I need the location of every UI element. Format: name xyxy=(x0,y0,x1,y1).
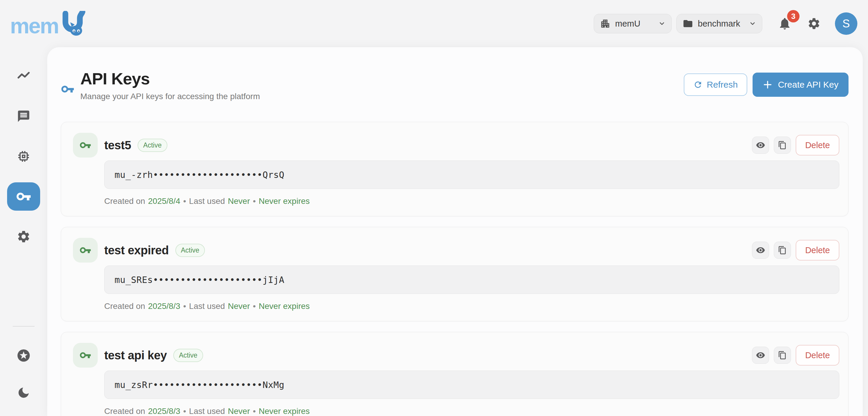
project-selector-label: benchmark xyxy=(698,19,740,29)
create-api-key-button[interactable]: Create API Key xyxy=(752,72,848,97)
topbar: mem memU xyxy=(0,0,868,47)
api-key-card: test5 Active xyxy=(61,122,848,216)
chip-icon xyxy=(17,149,31,163)
sidebar-nav xyxy=(0,47,47,416)
main-panel: API Keys Manage your API keys for access… xyxy=(47,47,863,416)
reveal-key-button[interactable] xyxy=(752,137,769,154)
create-button-label: Create API Key xyxy=(778,79,838,90)
activity-icon xyxy=(16,69,31,84)
user-avatar[interactable]: S xyxy=(835,12,857,35)
copy-icon xyxy=(778,141,787,150)
gear-icon xyxy=(807,17,821,30)
key-icon xyxy=(80,244,91,256)
last-used-value: Never xyxy=(228,301,250,311)
sidebar-item-dark-mode[interactable] xyxy=(7,379,40,407)
key-icon xyxy=(16,189,31,204)
api-key-name: test expired xyxy=(104,244,169,257)
refresh-button-label: Refresh xyxy=(707,79,738,90)
key-icon xyxy=(80,349,91,361)
sidebar-item-memory[interactable] xyxy=(7,142,40,170)
copy-icon xyxy=(778,246,787,255)
chevron-down-icon xyxy=(658,20,665,27)
copy-icon xyxy=(778,351,787,360)
copy-key-button[interactable] xyxy=(774,242,791,259)
created-date: 2025/8/3 xyxy=(148,301,180,311)
page-key-icon xyxy=(61,82,74,96)
refresh-button[interactable]: Refresh xyxy=(684,73,747,96)
sidebar-item-chat[interactable] xyxy=(7,102,40,130)
key-tile xyxy=(73,343,98,367)
key-meta: Created on 2025/8/3 • Last used Never • … xyxy=(104,407,839,416)
sidebar-divider xyxy=(13,326,35,327)
logo-text: mem xyxy=(10,15,58,36)
masked-key-field[interactable]: mu_zsRr••••••••••••••••••••NxMg xyxy=(104,371,839,399)
api-key-card: test api key Active xyxy=(61,332,848,416)
key-tile xyxy=(73,238,98,263)
copy-key-button[interactable] xyxy=(774,347,791,364)
expires-value: Never expires xyxy=(259,301,310,311)
chat-icon xyxy=(17,109,30,123)
separator: • xyxy=(253,301,256,311)
masked-key-value: mu_zsRr••••••••••••••••••••NxMg xyxy=(115,380,284,390)
sidebar-item-settings[interactable] xyxy=(7,222,40,251)
project-selector[interactable]: benchmark xyxy=(676,14,762,33)
star-circle-icon xyxy=(16,348,31,363)
reveal-key-button[interactable] xyxy=(752,347,769,364)
created-on-label: Created on xyxy=(104,196,145,206)
folder-icon xyxy=(683,18,693,29)
page-header: API Keys Manage your API keys for access… xyxy=(61,69,848,101)
separator: • xyxy=(183,301,186,311)
masked-key-field[interactable]: mu_-zrh••••••••••••••••••••QrsQ xyxy=(104,160,839,189)
last-used-label: Last used xyxy=(189,301,225,311)
building-icon xyxy=(600,18,611,29)
avatar-initial: S xyxy=(842,18,850,30)
notification-count-badge: 3 xyxy=(787,10,800,23)
org-selector[interactable]: memU xyxy=(594,14,672,33)
notifications-button[interactable]: 3 xyxy=(778,17,792,31)
status-badge: Active xyxy=(173,349,203,362)
eye-icon xyxy=(756,246,765,255)
sidebar-item-api-keys[interactable] xyxy=(7,182,40,211)
separator: • xyxy=(253,196,256,206)
last-used-label: Last used xyxy=(189,196,225,206)
refresh-icon xyxy=(693,80,703,89)
org-selector-label: memU xyxy=(615,19,640,29)
copy-key-button[interactable] xyxy=(774,137,791,154)
created-on-label: Created on xyxy=(104,407,145,416)
eye-icon xyxy=(756,351,765,360)
last-used-label: Last used xyxy=(189,407,225,416)
logo-cat-u-icon xyxy=(59,11,86,36)
plus-icon xyxy=(763,79,773,90)
delete-button[interactable]: Delete xyxy=(796,240,839,260)
api-key-name: test5 xyxy=(104,139,131,152)
expires-value: Never expires xyxy=(259,407,310,416)
key-meta: Created on 2025/8/4 • Last used Never • … xyxy=(104,196,839,206)
last-used-value: Never xyxy=(228,196,250,206)
memu-logo[interactable]: mem xyxy=(10,11,86,36)
status-badge: Active xyxy=(137,139,167,152)
sidebar-item-analytics[interactable] xyxy=(7,62,40,90)
delete-button[interactable]: Delete xyxy=(796,135,839,156)
key-tile xyxy=(73,133,98,158)
separator: • xyxy=(183,196,186,206)
gear-icon xyxy=(17,229,31,244)
topbar-controls: memU benchmark 3 xyxy=(594,12,857,35)
page-subtitle: Manage your API keys for accessing the p… xyxy=(80,92,260,101)
status-badge: Active xyxy=(175,244,205,257)
masked-key-value: mu_-zrh••••••••••••••••••••QrsQ xyxy=(115,170,284,180)
moon-icon xyxy=(17,386,30,399)
masked-key-value: mu_SREs••••••••••••••••••••jIjA xyxy=(115,275,284,285)
created-date: 2025/8/4 xyxy=(148,196,180,206)
reveal-key-button[interactable] xyxy=(752,242,769,259)
page-title: API Keys xyxy=(80,69,260,88)
key-meta: Created on 2025/8/3 • Last used Never • … xyxy=(104,301,839,311)
api-key-card: test expired Active xyxy=(61,227,848,321)
sidebar-item-star[interactable] xyxy=(7,341,40,370)
last-used-value: Never xyxy=(228,407,250,416)
created-on-label: Created on xyxy=(104,301,145,311)
separator: • xyxy=(253,407,256,416)
settings-button[interactable] xyxy=(807,17,821,30)
chevron-down-icon xyxy=(749,20,756,27)
delete-button[interactable]: Delete xyxy=(796,345,839,365)
masked-key-field[interactable]: mu_SREs••••••••••••••••••••jIjA xyxy=(104,265,839,294)
